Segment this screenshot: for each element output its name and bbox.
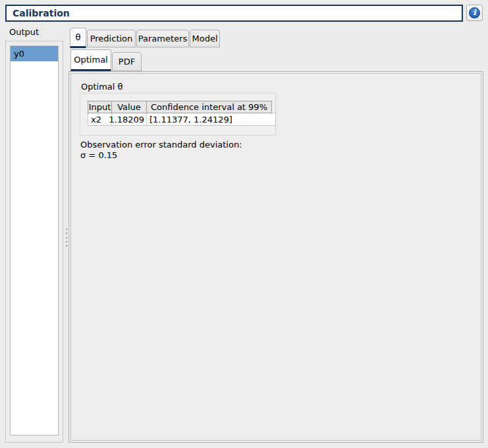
column-header-confidence-interval: Confidence interval at 99% <box>146 101 272 113</box>
subtab-optimal[interactable]: Optimal <box>70 49 111 71</box>
list-item-label: y0 <box>14 49 24 59</box>
subtab-label: PDF <box>119 57 135 67</box>
info-button[interactable]: i <box>466 5 483 21</box>
splitter-handle[interactable] <box>65 229 68 246</box>
info-icon: i <box>469 7 480 18</box>
page-title: Calibration <box>13 8 70 18</box>
splitter-dot <box>66 229 67 230</box>
subtab-pdf[interactable]: PDF <box>112 52 142 71</box>
tab-prediction[interactable]: Prediction <box>87 30 136 47</box>
sigma-value-label: σ = 0.15 <box>80 150 117 160</box>
window-title-banner: Calibration <box>5 5 463 22</box>
tab-theta[interactable]: θ <box>70 28 86 48</box>
splitter-dot <box>66 241 67 242</box>
splitter-dot <box>66 237 67 238</box>
optimal-theta-groupbox: Input Value Confidence interval at 99% x… <box>80 93 276 136</box>
tab-content-pane: Optimal θ Input Value Confidence interva… <box>68 71 483 443</box>
tab-label: Model <box>192 34 217 43</box>
tab-model[interactable]: Model <box>190 30 220 47</box>
subtab-label: Optimal <box>74 55 107 65</box>
observation-error-label: Observation error standard deviation: <box>80 140 242 150</box>
calibration-window: Calibration i Output y0 θ Prediction Par… <box>0 0 488 448</box>
output-panel-frame: y0 <box>5 41 63 443</box>
cell-value[interactable]: 1.18209 <box>112 113 147 125</box>
column-header-input: Input <box>88 101 112 113</box>
tab-label: Parameters <box>138 34 187 43</box>
tab-parameters[interactable]: Parameters <box>136 30 189 47</box>
optimal-theta-table: Input Value Confidence interval at 99% x… <box>88 101 276 126</box>
column-header-value: Value <box>111 101 147 113</box>
list-item-y0[interactable]: y0 <box>11 46 58 61</box>
splitter-dot <box>66 245 67 246</box>
splitter-dot <box>66 233 67 234</box>
cell-confidence-interval[interactable]: [1.11377, 1.24129] <box>147 113 275 125</box>
tab-label: θ <box>76 32 81 42</box>
tab-label: Prediction <box>90 34 133 43</box>
output-list-label: Output <box>9 27 39 37</box>
tab-content-inner-frame: Optimal θ Input Value Confidence interva… <box>70 73 481 441</box>
table-row[interactable]: x2 1.18209 [1.11377, 1.24129] <box>88 113 276 126</box>
optimal-theta-heading: Optimal θ <box>81 82 123 92</box>
table-header-row: Input Value Confidence interval at 99% <box>88 101 276 113</box>
output-list: y0 <box>10 45 59 435</box>
